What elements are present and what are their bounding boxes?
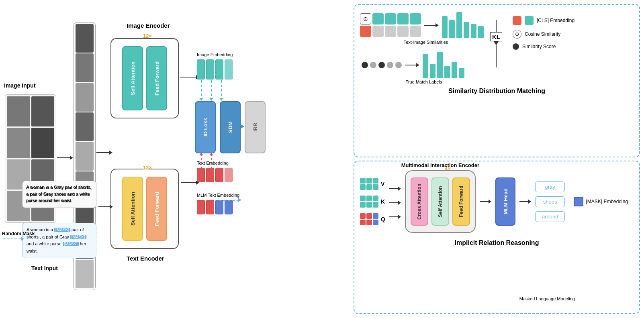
sdm-section: ⊙ (354, 4, 640, 157)
k-tok1 (360, 196, 366, 201)
bar-b6 (459, 68, 464, 78)
legend-cls: [CLS] Embedding (513, 16, 574, 25)
patch-4 (76, 112, 94, 141)
irr-title: Implicit Relation Reasoning (360, 239, 634, 247)
right-panel: ⊙ (350, 0, 644, 318)
dot-2 (370, 62, 376, 68)
mask-token-1: [MASK] (54, 228, 70, 232)
image-cell-3 (7, 128, 30, 158)
k-row: K (360, 196, 385, 208)
arrow-image-to-patch (57, 156, 73, 160)
image-embedding (197, 59, 233, 80)
kl-section: KL (490, 12, 502, 67)
teal-cell-2 (385, 13, 396, 24)
irr-block: IRR (245, 101, 266, 153)
sdm-content: ⊙ (360, 10, 634, 84)
random-mask-label: Random Mask (2, 231, 35, 236)
text-image-similarities-label: Text-Image Similarities (368, 40, 484, 45)
arrow-k (389, 201, 401, 205)
k-tok4 (360, 202, 366, 208)
sdm-bar-chart-top (442, 12, 484, 38)
similarity-icon (513, 43, 519, 50)
panel-divider (349, 0, 349, 318)
image-cell-1 (7, 96, 30, 126)
cross-attention-block: Cross Attention (411, 177, 428, 226)
arrow-encoder-to-embedding (180, 75, 199, 79)
v-tok1 (360, 178, 366, 183)
bar-b5 (452, 62, 457, 78)
sdm-dots (360, 62, 402, 68)
k-tok6 (373, 202, 378, 208)
image-input-label: Image Input (4, 82, 36, 89)
q-tok2 (366, 213, 372, 219)
arrow-irr-right-tip (241, 124, 244, 128)
legend-cls-label: [CLS] Embedding (537, 18, 574, 23)
arrow-encoder-to-text-emb (181, 181, 199, 185)
true-match-labels-label: True Match Labels (364, 80, 484, 84)
id-loss-block: ID Loss (195, 101, 216, 153)
text-embedding (197, 168, 233, 182)
gray-cell-2 (385, 26, 396, 37)
word-around: around (535, 211, 565, 222)
arrow-mie-to-mlm (480, 200, 491, 204)
sdm-arrow-1 (424, 23, 439, 27)
gray-cell-3 (397, 26, 409, 37)
arrow-text-to-encoder (98, 205, 113, 209)
cls-icon (513, 16, 521, 25)
masked-language-modeling-label: Masked Language Modeling (519, 296, 575, 301)
random-mask-arrow (3, 237, 24, 241)
v-row: V (360, 178, 385, 190)
mask-token-3: [MASK] (63, 242, 79, 246)
mask-emb-legend: [MASK] Embedding (574, 197, 628, 206)
q-tok6 (373, 220, 378, 225)
teal-cell-3 (397, 13, 409, 24)
irr-content: V (360, 167, 634, 233)
image-cell-2 (31, 96, 55, 126)
mask-embedding-icon (574, 197, 583, 206)
left-panel: Image Input (0, 0, 350, 318)
patch-9 (76, 260, 94, 288)
teal-cell-4 (410, 13, 421, 24)
arrow-patch-to-encoder (96, 151, 112, 155)
arrow-mlm-to-words (519, 200, 531, 204)
dashed-mlm-arrow (219, 200, 239, 201)
bar-4 (464, 22, 469, 38)
vkq-section: V (360, 178, 385, 225)
text-encoder-label: Text Encoder (127, 255, 164, 262)
arrow-v (389, 187, 401, 191)
main-container: Image Input (0, 0, 644, 318)
patch-1 (76, 24, 94, 53)
dashed-arrow-img-1 (201, 80, 202, 100)
sdm-title: Similarity Distribution Matching (360, 88, 634, 95)
self-attention-block-image: Self Attention (122, 46, 143, 110)
sdm-row2 (360, 26, 421, 37)
image-encoder-label: Image Encoder (127, 22, 170, 29)
legend-cosine: ⊙ Cosine Similarity (513, 30, 574, 39)
dot-5 (395, 62, 402, 68)
bar-1 (442, 16, 448, 38)
mie-box: Multimodal Interaction Encoder 4× Cross … (405, 170, 476, 233)
v-tok5 (366, 184, 372, 190)
sdm-row1: ⊙ (360, 13, 421, 24)
self-attention-block-text: Self Attention (122, 177, 143, 241)
mie-title: Multimodal Interaction Encoder (401, 162, 479, 168)
q-tok1 (360, 213, 366, 219)
dashed-arrow-img-3 (221, 80, 222, 100)
arrow-tip-2 (209, 98, 213, 101)
image-cell-4 (31, 128, 55, 158)
sdm-token-grid-top: ⊙ (360, 13, 421, 37)
kl-line-top (496, 20, 497, 32)
sdm-bar-chart-bottom (423, 52, 464, 78)
mask-token-2: [MASK] (70, 235, 86, 239)
patch-2 (76, 53, 94, 82)
bar-6 (478, 26, 484, 38)
sdm-top-row: ⊙ (360, 12, 484, 38)
mlm-text-embedding (197, 200, 233, 214)
k-tok2 (366, 196, 372, 201)
sdm-arrow-2 (405, 63, 419, 67)
sdm-block: SDM (220, 101, 241, 153)
q-label: Q (381, 216, 385, 222)
kl-arrow (494, 41, 499, 45)
arrow-red-tip-1 (199, 153, 203, 155)
v-tok2 (366, 178, 372, 183)
